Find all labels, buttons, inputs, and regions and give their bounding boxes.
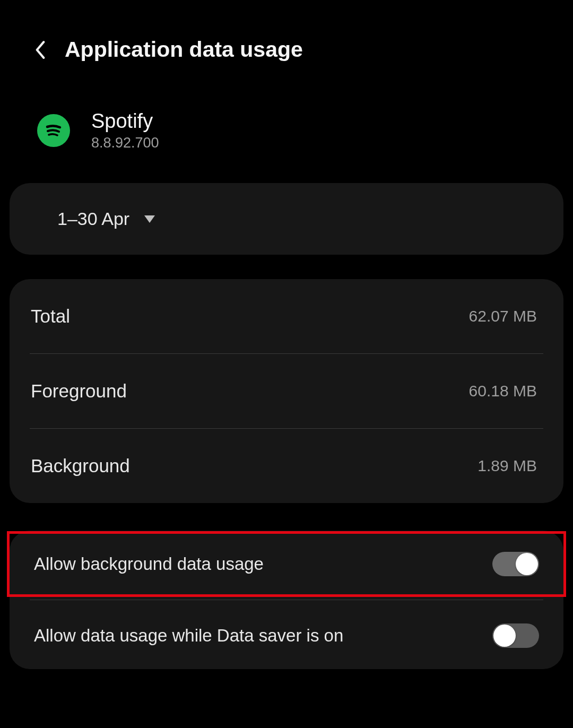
stat-value-total: 62.07 MB bbox=[469, 307, 537, 325]
allow-background-toggle[interactable] bbox=[492, 552, 539, 576]
usage-stats-card: Total 62.07 MB Foreground 60.18 MB Backg… bbox=[10, 279, 563, 503]
header: Application data usage bbox=[0, 0, 573, 83]
toggle-thumb bbox=[493, 625, 516, 647]
allow-background-label: Allow background data usage bbox=[34, 554, 264, 574]
app-details: Spotify 8.8.92.700 bbox=[91, 110, 159, 151]
date-range-selector[interactable]: 1–30 Apr bbox=[10, 183, 563, 255]
chevron-down-icon bbox=[144, 215, 155, 223]
stat-row-total: Total 62.07 MB bbox=[10, 279, 563, 353]
stat-value-foreground: 60.18 MB bbox=[469, 382, 537, 400]
app-version: 8.8.92.700 bbox=[91, 135, 159, 151]
stat-row-background: Background 1.89 MB bbox=[10, 429, 563, 503]
date-range-card: 1–30 Apr bbox=[10, 183, 563, 255]
stat-label-total: Total bbox=[31, 306, 70, 327]
stat-value-background: 1.89 MB bbox=[478, 457, 537, 475]
spotify-icon bbox=[37, 114, 70, 147]
allow-background-row[interactable]: Allow background data usage bbox=[7, 531, 566, 597]
toggle-thumb bbox=[516, 553, 538, 575]
allow-data-saver-toggle[interactable] bbox=[492, 623, 539, 648]
stat-label-background: Background bbox=[31, 455, 130, 476]
page-title: Application data usage bbox=[65, 37, 303, 62]
date-range-label: 1–30 Apr bbox=[57, 209, 129, 229]
allow-data-saver-row[interactable]: Allow data usage while Data saver is on bbox=[10, 605, 563, 666]
stat-label-foreground: Foreground bbox=[31, 380, 127, 402]
app-info: Spotify 8.8.92.700 bbox=[0, 83, 573, 178]
stat-row-foreground: Foreground 60.18 MB bbox=[10, 354, 563, 428]
settings-card: Allow background data usage Allow data u… bbox=[10, 531, 563, 669]
divider bbox=[30, 600, 543, 600]
allow-data-saver-label: Allow data usage while Data saver is on bbox=[34, 626, 343, 646]
app-name: Spotify bbox=[91, 110, 159, 133]
back-icon[interactable] bbox=[32, 41, 49, 58]
